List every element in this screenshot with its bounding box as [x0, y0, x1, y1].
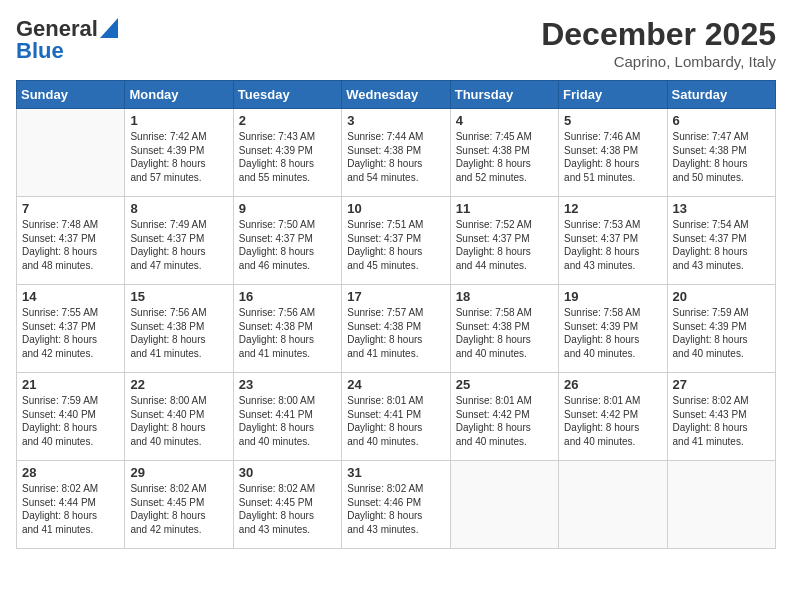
- day-number: 12: [564, 201, 661, 216]
- day-number: 15: [130, 289, 227, 304]
- calendar-table: SundayMondayTuesdayWednesdayThursdayFrid…: [16, 80, 776, 549]
- day-info: Sunrise: 7:51 AMSunset: 4:37 PMDaylight:…: [347, 218, 444, 272]
- day-number: 11: [456, 201, 553, 216]
- day-number: 20: [673, 289, 770, 304]
- day-number: 16: [239, 289, 336, 304]
- calendar-cell: 20Sunrise: 7:59 AMSunset: 4:39 PMDayligh…: [667, 285, 775, 373]
- calendar-cell: 5Sunrise: 7:46 AMSunset: 4:38 PMDaylight…: [559, 109, 667, 197]
- day-info: Sunrise: 8:02 AMSunset: 4:44 PMDaylight:…: [22, 482, 119, 536]
- calendar-cell: 14Sunrise: 7:55 AMSunset: 4:37 PMDayligh…: [17, 285, 125, 373]
- page-container: General Blue December 2025 Caprino, Lomb…: [0, 0, 792, 565]
- calendar-cell: 7Sunrise: 7:48 AMSunset: 4:37 PMDaylight…: [17, 197, 125, 285]
- day-info: Sunrise: 7:49 AMSunset: 4:37 PMDaylight:…: [130, 218, 227, 272]
- calendar-header-row: SundayMondayTuesdayWednesdayThursdayFrid…: [17, 81, 776, 109]
- calendar-week-row: 14Sunrise: 7:55 AMSunset: 4:37 PMDayligh…: [17, 285, 776, 373]
- calendar-cell: 23Sunrise: 8:00 AMSunset: 4:41 PMDayligh…: [233, 373, 341, 461]
- day-info: Sunrise: 7:47 AMSunset: 4:38 PMDaylight:…: [673, 130, 770, 184]
- day-info: Sunrise: 7:59 AMSunset: 4:39 PMDaylight:…: [673, 306, 770, 360]
- calendar-cell: 28Sunrise: 8:02 AMSunset: 4:44 PMDayligh…: [17, 461, 125, 549]
- day-info: Sunrise: 8:01 AMSunset: 4:42 PMDaylight:…: [564, 394, 661, 448]
- calendar-cell: 27Sunrise: 8:02 AMSunset: 4:43 PMDayligh…: [667, 373, 775, 461]
- calendar-cell: 25Sunrise: 8:01 AMSunset: 4:42 PMDayligh…: [450, 373, 558, 461]
- day-number: 28: [22, 465, 119, 480]
- calendar-cell: 24Sunrise: 8:01 AMSunset: 4:41 PMDayligh…: [342, 373, 450, 461]
- calendar-week-row: 28Sunrise: 8:02 AMSunset: 4:44 PMDayligh…: [17, 461, 776, 549]
- day-info: Sunrise: 7:58 AMSunset: 4:39 PMDaylight:…: [564, 306, 661, 360]
- calendar-cell: 11Sunrise: 7:52 AMSunset: 4:37 PMDayligh…: [450, 197, 558, 285]
- svg-marker-0: [100, 18, 118, 38]
- logo-blue: Blue: [16, 38, 118, 63]
- calendar-week-row: 21Sunrise: 7:59 AMSunset: 4:40 PMDayligh…: [17, 373, 776, 461]
- calendar-cell: 10Sunrise: 7:51 AMSunset: 4:37 PMDayligh…: [342, 197, 450, 285]
- day-number: 29: [130, 465, 227, 480]
- day-info: Sunrise: 7:44 AMSunset: 4:38 PMDaylight:…: [347, 130, 444, 184]
- day-number: 24: [347, 377, 444, 392]
- calendar-cell: 13Sunrise: 7:54 AMSunset: 4:37 PMDayligh…: [667, 197, 775, 285]
- calendar-week-row: 7Sunrise: 7:48 AMSunset: 4:37 PMDaylight…: [17, 197, 776, 285]
- day-number: 17: [347, 289, 444, 304]
- calendar-cell: 6Sunrise: 7:47 AMSunset: 4:38 PMDaylight…: [667, 109, 775, 197]
- day-info: Sunrise: 7:42 AMSunset: 4:39 PMDaylight:…: [130, 130, 227, 184]
- day-info: Sunrise: 7:53 AMSunset: 4:37 PMDaylight:…: [564, 218, 661, 272]
- day-info: Sunrise: 7:58 AMSunset: 4:38 PMDaylight:…: [456, 306, 553, 360]
- calendar-header-friday: Friday: [559, 81, 667, 109]
- calendar-cell: 18Sunrise: 7:58 AMSunset: 4:38 PMDayligh…: [450, 285, 558, 373]
- calendar-cell: 3Sunrise: 7:44 AMSunset: 4:38 PMDaylight…: [342, 109, 450, 197]
- day-info: Sunrise: 7:54 AMSunset: 4:37 PMDaylight:…: [673, 218, 770, 272]
- logo-triangle-icon: [100, 18, 118, 38]
- day-info: Sunrise: 7:50 AMSunset: 4:37 PMDaylight:…: [239, 218, 336, 272]
- location-subtitle: Caprino, Lombardy, Italy: [541, 53, 776, 70]
- day-info: Sunrise: 7:55 AMSunset: 4:37 PMDaylight:…: [22, 306, 119, 360]
- day-number: 19: [564, 289, 661, 304]
- calendar-cell: 21Sunrise: 7:59 AMSunset: 4:40 PMDayligh…: [17, 373, 125, 461]
- calendar-cell: [559, 461, 667, 549]
- day-number: 21: [22, 377, 119, 392]
- day-info: Sunrise: 8:00 AMSunset: 4:41 PMDaylight:…: [239, 394, 336, 448]
- calendar-cell: 4Sunrise: 7:45 AMSunset: 4:38 PMDaylight…: [450, 109, 558, 197]
- calendar-cell: 22Sunrise: 8:00 AMSunset: 4:40 PMDayligh…: [125, 373, 233, 461]
- day-info: Sunrise: 7:57 AMSunset: 4:38 PMDaylight:…: [347, 306, 444, 360]
- day-info: Sunrise: 7:56 AMSunset: 4:38 PMDaylight:…: [239, 306, 336, 360]
- day-number: 6: [673, 113, 770, 128]
- calendar-cell: [17, 109, 125, 197]
- day-number: 2: [239, 113, 336, 128]
- logo: General Blue: [16, 16, 118, 64]
- calendar-cell: [667, 461, 775, 549]
- day-number: 5: [564, 113, 661, 128]
- day-info: Sunrise: 7:48 AMSunset: 4:37 PMDaylight:…: [22, 218, 119, 272]
- day-info: Sunrise: 8:01 AMSunset: 4:42 PMDaylight:…: [456, 394, 553, 448]
- day-info: Sunrise: 7:52 AMSunset: 4:37 PMDaylight:…: [456, 218, 553, 272]
- day-number: 22: [130, 377, 227, 392]
- day-info: Sunrise: 8:02 AMSunset: 4:46 PMDaylight:…: [347, 482, 444, 536]
- calendar-cell: 15Sunrise: 7:56 AMSunset: 4:38 PMDayligh…: [125, 285, 233, 373]
- title-section: December 2025 Caprino, Lombardy, Italy: [541, 16, 776, 70]
- calendar-header-monday: Monday: [125, 81, 233, 109]
- day-info: Sunrise: 8:02 AMSunset: 4:45 PMDaylight:…: [130, 482, 227, 536]
- calendar-cell: 29Sunrise: 8:02 AMSunset: 4:45 PMDayligh…: [125, 461, 233, 549]
- day-number: 1: [130, 113, 227, 128]
- day-number: 30: [239, 465, 336, 480]
- calendar-cell: 2Sunrise: 7:43 AMSunset: 4:39 PMDaylight…: [233, 109, 341, 197]
- calendar-header-tuesday: Tuesday: [233, 81, 341, 109]
- calendar-cell: 17Sunrise: 7:57 AMSunset: 4:38 PMDayligh…: [342, 285, 450, 373]
- day-number: 3: [347, 113, 444, 128]
- day-info: Sunrise: 7:43 AMSunset: 4:39 PMDaylight:…: [239, 130, 336, 184]
- calendar-header-saturday: Saturday: [667, 81, 775, 109]
- day-info: Sunrise: 8:01 AMSunset: 4:41 PMDaylight:…: [347, 394, 444, 448]
- logo-text: General Blue: [16, 16, 118, 64]
- day-number: 23: [239, 377, 336, 392]
- calendar-cell: 8Sunrise: 7:49 AMSunset: 4:37 PMDaylight…: [125, 197, 233, 285]
- day-info: Sunrise: 8:02 AMSunset: 4:45 PMDaylight:…: [239, 482, 336, 536]
- day-info: Sunrise: 7:56 AMSunset: 4:38 PMDaylight:…: [130, 306, 227, 360]
- day-info: Sunrise: 8:00 AMSunset: 4:40 PMDaylight:…: [130, 394, 227, 448]
- calendar-cell: 12Sunrise: 7:53 AMSunset: 4:37 PMDayligh…: [559, 197, 667, 285]
- day-number: 27: [673, 377, 770, 392]
- calendar-cell: 19Sunrise: 7:58 AMSunset: 4:39 PMDayligh…: [559, 285, 667, 373]
- day-number: 9: [239, 201, 336, 216]
- calendar-cell: 16Sunrise: 7:56 AMSunset: 4:38 PMDayligh…: [233, 285, 341, 373]
- day-info: Sunrise: 7:46 AMSunset: 4:38 PMDaylight:…: [564, 130, 661, 184]
- calendar-header-sunday: Sunday: [17, 81, 125, 109]
- day-number: 14: [22, 289, 119, 304]
- day-number: 13: [673, 201, 770, 216]
- page-header: General Blue December 2025 Caprino, Lomb…: [16, 16, 776, 70]
